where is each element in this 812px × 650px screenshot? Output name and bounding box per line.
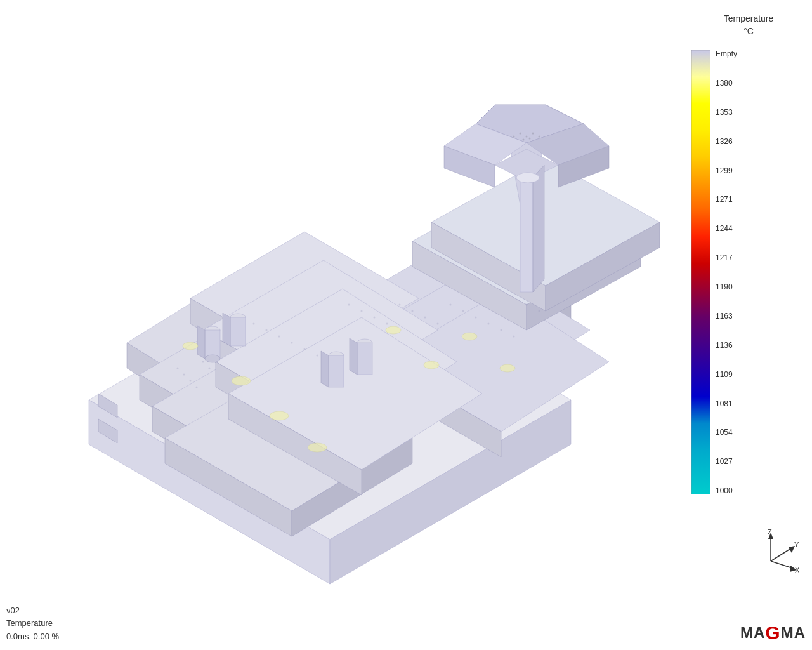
svg-point-79	[278, 336, 280, 338]
svg-rect-59	[357, 343, 372, 375]
svg-point-64	[183, 342, 198, 350]
legend-value-1163: 1163	[716, 312, 737, 320]
svg-point-105	[529, 138, 531, 140]
svg-rect-56	[329, 355, 344, 387]
svg-point-103	[539, 136, 540, 138]
main-viewport: Temperature °C	[0, 0, 812, 650]
svg-marker-45	[520, 178, 533, 292]
legend-value-1217: 1217	[716, 254, 737, 262]
svg-point-88	[412, 310, 414, 312]
svg-rect-53	[230, 317, 246, 346]
legend-value-1000: 1000	[716, 487, 737, 494]
legend-labels: Empty 1380 1353 1326 1299 1271 1244 1217…	[710, 50, 737, 494]
svg-marker-50	[197, 326, 205, 359]
legend-value-1109: 1109	[716, 371, 737, 378]
svg-point-77	[253, 323, 255, 325]
svg-point-94	[488, 323, 490, 325]
version-label: v02	[6, 604, 59, 618]
svg-point-98	[539, 310, 540, 312]
svg-point-100	[520, 133, 521, 135]
logo-g-text: G	[765, 622, 780, 644]
property-label: Temperature	[6, 617, 59, 630]
svg-point-92	[462, 310, 464, 312]
svg-point-96	[513, 336, 515, 338]
magma-logo: MA G MA	[740, 622, 806, 644]
legend-value-1380: 1380	[716, 79, 737, 87]
svg-point-93	[475, 317, 477, 319]
svg-point-83	[348, 304, 350, 306]
legend-gradient-bar	[691, 50, 710, 494]
svg-marker-57	[321, 351, 329, 387]
svg-rect-106	[691, 50, 710, 494]
svg-text:Z: Z	[768, 529, 772, 536]
svg-point-51	[205, 355, 220, 362]
svg-text:Y: Y	[794, 541, 799, 548]
svg-point-99	[513, 136, 515, 138]
svg-point-61	[232, 376, 251, 385]
svg-point-90	[437, 323, 439, 325]
svg-point-102	[532, 133, 534, 135]
svg-point-73	[190, 380, 192, 382]
legend-value-empty: Empty	[716, 50, 737, 58]
svg-point-62	[270, 411, 289, 420]
legend-value-1027: 1027	[716, 458, 737, 465]
svg-marker-46	[533, 165, 544, 292]
svg-point-82	[317, 355, 318, 357]
legend-panel: Temperature °C	[685, 0, 812, 650]
legend-value-1244: 1244	[716, 225, 737, 232]
svg-marker-60	[350, 338, 357, 375]
svg-point-76	[209, 368, 211, 369]
svg-point-95	[501, 329, 502, 331]
legend-property-label: Temperature	[724, 13, 774, 23]
legend-value-1054: 1054	[716, 428, 737, 436]
legend-value-1326: 1326	[716, 138, 737, 145]
time-info-label: 0.0ms, 0.00 %	[6, 630, 59, 644]
svg-point-68	[500, 364, 515, 372]
svg-point-101	[526, 136, 528, 138]
svg-text:X: X	[795, 566, 799, 574]
svg-point-104	[523, 139, 525, 141]
axis-diagram: Z Y X	[749, 529, 799, 574]
svg-point-75	[202, 361, 204, 363]
legend-unit-label: °C	[743, 26, 754, 36]
svg-point-63	[308, 443, 327, 452]
svg-point-97	[526, 304, 528, 306]
bottom-info: v02 Temperature 0.0ms, 0.00 %	[6, 604, 59, 644]
logo-ma-text: MA	[740, 624, 765, 642]
svg-line-110	[771, 547, 793, 561]
svg-point-47	[516, 173, 539, 183]
svg-point-89	[424, 317, 426, 319]
axis-indicator: Z Y X	[749, 529, 799, 574]
legend-value-1190: 1190	[716, 283, 737, 291]
svg-marker-54	[223, 313, 230, 346]
legend-value-1081: 1081	[716, 400, 737, 408]
legend-value-1136: 1136	[716, 342, 737, 349]
legend-title: Temperature °C	[691, 13, 806, 37]
svg-point-74	[196, 387, 198, 388]
legend-value-1299: 1299	[716, 167, 737, 175]
svg-point-84	[361, 310, 363, 312]
svg-point-87	[399, 304, 401, 306]
svg-point-71	[177, 368, 179, 369]
svg-point-80	[291, 342, 293, 344]
svg-point-65	[386, 326, 401, 334]
svg-point-86	[386, 323, 388, 325]
svg-point-85	[374, 317, 376, 319]
logo-ma2-text: MA	[781, 624, 806, 642]
svg-point-78	[266, 329, 268, 331]
svg-rect-49	[205, 330, 220, 359]
svg-point-72	[183, 374, 185, 376]
svg-point-91	[450, 304, 452, 306]
svg-point-81	[304, 348, 306, 350]
svg-point-66	[424, 361, 439, 369]
svg-point-67	[462, 333, 477, 340]
legend-bar-container: Empty 1380 1353 1326 1299 1271 1244 1217…	[691, 50, 806, 494]
casting-view	[0, 0, 685, 650]
legend-value-1353: 1353	[716, 109, 737, 116]
legend-value-1271: 1271	[716, 196, 737, 203]
